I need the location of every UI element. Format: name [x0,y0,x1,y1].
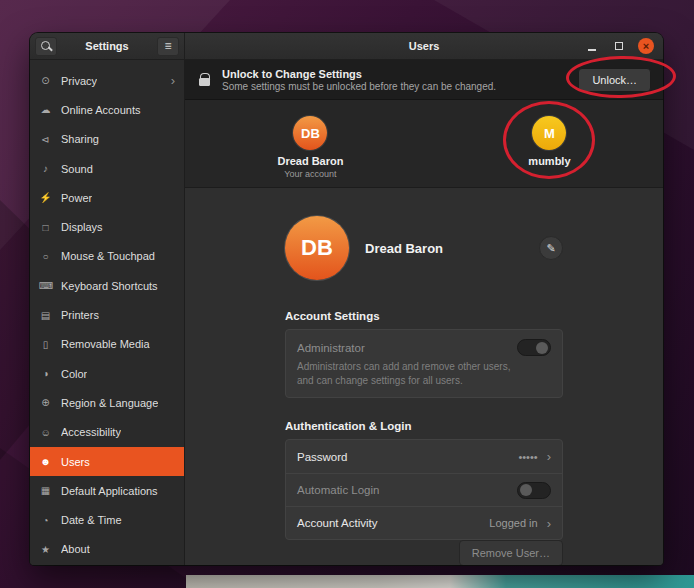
automatic-login-toggle[interactable] [517,482,551,499]
toggle-knob [536,342,548,354]
sidebar-item-region-language[interactable]: ⊕ Region & Language [30,388,184,417]
keyboard-icon: ⌨ [39,280,52,291]
titlebar-left: Settings ≡ [30,33,185,59]
online-accounts-icon: ☁ [39,104,52,115]
about-icon: ★ [39,544,52,555]
sidebar-item-sound[interactable]: ♪ Sound [30,154,184,183]
carousel-user-name: mumbly [528,155,570,167]
profile-name: Dread Baron [365,241,443,256]
administrator-toggle[interactable] [517,339,551,356]
users-icon: ☻ [39,456,52,467]
background-window-strip [186,575,694,588]
displays-icon: □ [39,222,52,233]
desktop-background: Settings ≡ Users × [0,0,694,588]
automatic-login-row: Automatic Login [286,473,562,506]
sidebar-item-color[interactable]: ◑ Color [30,359,184,388]
settings-title: Settings [61,40,153,52]
removable-media-icon: ▯ [39,339,52,350]
chevron-right-icon: › [171,74,175,87]
window-controls: × [584,38,663,54]
password-value: ••••• [518,451,537,463]
auth-login-heading: Authentication & Login [285,420,563,432]
maximize-icon [615,42,623,50]
maximize-button[interactable] [611,38,627,54]
sidebar-item-privacy[interactable]: ⊙ Privacy › [30,66,184,95]
administrator-card: Administrator Administrators can add and… [285,329,563,398]
unlock-text: Unlock to Change Settings Some settings … [222,68,496,92]
window-body: ⊙ Privacy › ☁ Online Accounts ⊲ Sharing … [30,60,663,565]
color-icon: ◑ [39,368,52,379]
unlock-banner: Unlock to Change Settings Some settings … [185,60,663,100]
sidebar-item-printers[interactable]: ▤ Printers [30,300,184,329]
close-button[interactable]: × [638,38,654,54]
region-language-icon: ⊕ [39,397,52,408]
sidebar-item-removable-media[interactable]: ▯ Removable Media [30,330,184,359]
administrator-label: Administrator [297,342,365,354]
account-activity-label: Account Activity [297,517,378,529]
privacy-icon: ⊙ [39,75,52,86]
lock-glyph [199,78,210,86]
sidebar-item-mouse-touchpad[interactable]: ○ Mouse & Touchpad [30,242,184,271]
sidebar-item-displays[interactable]: □ Displays [30,212,184,241]
accessibility-icon: ☺ [39,427,52,438]
profile-row: DB Dread Baron ✎ [285,216,563,280]
administrator-row: Administrator [297,339,551,356]
avatar-mumbly: M [532,116,566,150]
toggle-knob [520,484,532,496]
account-settings-heading: Account Settings [285,310,563,322]
titlebar-right: Users × [185,33,663,59]
search-icon [41,41,50,50]
automatic-login-label: Automatic Login [297,484,379,496]
detail-column: DB Dread Baron ✎ Account Settings Admini… [285,202,563,540]
default-apps-icon: ▦ [39,485,52,496]
chevron-right-icon: › [547,517,551,530]
user-detail: DB Dread Baron ✎ Account Settings Admini… [185,188,663,565]
unlock-button[interactable]: Unlock… [578,68,651,92]
remove-user-button[interactable]: Remove User… [459,540,563,565]
sidebar-item-default-applications[interactable]: ▦ Default Applications [30,476,184,505]
sharing-icon: ⊲ [39,134,52,145]
user-carousel: DB Dread Baron Your account M mumbly [185,100,663,188]
account-activity-row[interactable]: Account Activity Logged in › [286,506,562,539]
sidebar-item-sharing[interactable]: ⊲ Sharing [30,125,184,154]
titlebar[interactable]: Settings ≡ Users × [30,33,663,60]
sidebar-item-power[interactable]: ⚡ Power [30,183,184,212]
avatar-dread-baron: DB [293,116,327,150]
power-icon: ⚡ [39,192,52,203]
menu-button[interactable]: ≡ [157,37,179,56]
pencil-icon: ✎ [546,242,555,255]
sidebar-item-online-accounts[interactable]: ☁ Online Accounts [30,95,184,124]
account-activity-value: Logged in [489,517,537,529]
carousel-user-subtitle: Your account [284,169,336,179]
carousel-user-mumbly[interactable]: M mumbly [528,116,570,167]
edit-name-button[interactable]: ✎ [539,236,563,260]
chevron-right-icon: › [547,450,551,463]
sidebar-item-users[interactable]: ☻ Users [30,447,184,476]
search-button[interactable] [35,37,57,56]
users-panel: Unlock to Change Settings Some settings … [185,60,663,565]
sidebar-item-keyboard-shortcuts[interactable]: ⌨ Keyboard Shortcuts [30,271,184,300]
auth-card: Password ••••• › Automatic Login [285,439,563,540]
mouse-touchpad-icon: ○ [39,251,52,262]
profile-avatar: DB [285,216,349,280]
sidebar-item-about[interactable]: ★ About [30,535,184,564]
date-time-icon: ◔ [39,515,52,526]
sidebar-item-accessibility[interactable]: ☺ Accessibility [30,418,184,447]
sidebar-item-date-time[interactable]: ◔ Date & Time [30,505,184,534]
sidebar-list: ⊙ Privacy › ☁ Online Accounts ⊲ Sharing … [30,60,185,565]
password-row[interactable]: Password ••••• › [286,440,562,473]
unlock-title: Unlock to Change Settings [222,68,496,80]
password-label: Password [297,451,348,463]
sound-icon: ♪ [39,163,52,174]
hamburger-menu-icon: ≡ [164,40,171,52]
remove-user-row: Remove User… [285,540,563,565]
printer-icon: ▤ [39,310,52,321]
minimize-icon [588,49,596,51]
minimize-button[interactable] [584,38,600,54]
carousel-user-dread-baron[interactable]: DB Dread Baron Your account [277,116,343,179]
lock-icon [197,73,211,86]
settings-window: Settings ≡ Users × [30,33,663,565]
carousel-user-name: Dread Baron [277,155,343,167]
administrator-description: Administrators can add and remove other … [297,360,551,387]
unlock-subtitle: Some settings must be unlocked before th… [222,81,496,92]
